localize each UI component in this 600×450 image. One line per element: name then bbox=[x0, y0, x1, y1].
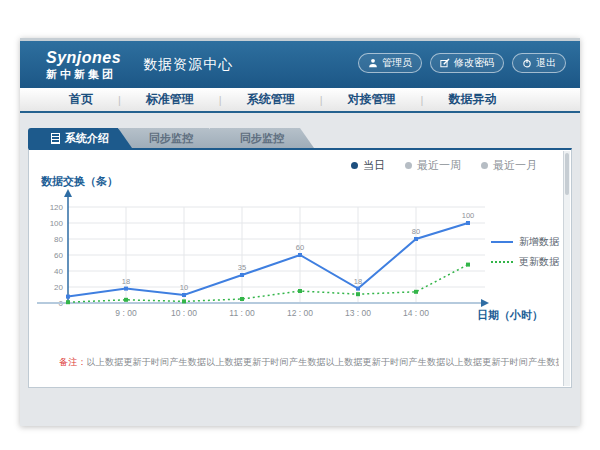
svg-text:18: 18 bbox=[122, 277, 130, 286]
legend-label: 更新数据 bbox=[519, 255, 559, 269]
header: Synjones 新中新集团 数据资源中心 管理员 修改密码 退出 bbox=[20, 38, 580, 88]
content-panel: 当日 最近一周 最近一月 数据交换（条） 0204060801001209 : … bbox=[28, 148, 572, 388]
line-chart: 0204060801001209 : 0010 : 0011 : 0012 : … bbox=[37, 186, 507, 326]
user-button[interactable]: 管理员 bbox=[358, 53, 422, 73]
logout-label: 退出 bbox=[536, 56, 556, 70]
radio-dot-icon bbox=[351, 162, 358, 169]
tab-label: 同步监控 bbox=[149, 131, 193, 146]
header-actions: 管理员 修改密码 退出 bbox=[358, 53, 566, 73]
tab-sync-monitor-1[interactable]: 同步监控 bbox=[119, 128, 223, 148]
change-password-button[interactable]: 修改密码 bbox=[430, 53, 504, 73]
company-name: 新中新集团 bbox=[46, 69, 121, 80]
svg-text:40: 40 bbox=[54, 267, 63, 276]
svg-text:11 : 00: 11 : 00 bbox=[229, 308, 255, 318]
nav-item-home[interactable]: 首页 bbox=[44, 91, 118, 108]
radio-last-month[interactable]: 最近一月 bbox=[481, 158, 537, 173]
app-window: Synjones 新中新集团 数据资源中心 管理员 修改密码 退出 bbox=[20, 38, 580, 426]
nav-item-system[interactable]: 系统管理 bbox=[222, 91, 320, 108]
svg-text:35: 35 bbox=[238, 263, 246, 272]
green-dotted-swatch-icon bbox=[491, 261, 513, 263]
svg-text:120: 120 bbox=[50, 203, 64, 212]
svg-text:80: 80 bbox=[54, 235, 63, 244]
radio-today[interactable]: 当日 bbox=[351, 158, 385, 173]
page-title: 数据资源中心 bbox=[143, 56, 233, 74]
change-password-label: 修改密码 bbox=[454, 56, 494, 70]
svg-text:10: 10 bbox=[180, 283, 188, 292]
tab-sync-monitor-2[interactable]: 同步监控 bbox=[210, 128, 314, 148]
tab-strip: 系统介绍 同步监控 同步监控 bbox=[28, 128, 314, 148]
svg-text:12 : 00: 12 : 00 bbox=[287, 308, 313, 318]
nav-item-standards[interactable]: 标准管理 bbox=[121, 91, 219, 108]
logout-button[interactable]: 退出 bbox=[512, 53, 566, 73]
radio-label: 最近一周 bbox=[417, 158, 461, 173]
svg-text:20: 20 bbox=[54, 283, 63, 292]
x-axis-title: 日期（小时） bbox=[477, 308, 543, 323]
svg-text:10 : 00: 10 : 00 bbox=[171, 308, 197, 318]
logo: Synjones 新中新集团 bbox=[46, 50, 121, 80]
svg-text:100: 100 bbox=[462, 211, 475, 220]
footnote-text: 以上数据更新于时间产生数据以上数据更新于时间产生数据以上数据更新于时间产生数据以… bbox=[87, 357, 559, 367]
svg-text:60: 60 bbox=[54, 251, 63, 260]
nav-item-data-change[interactable]: 数据异动 bbox=[423, 91, 521, 108]
logo-text: Synjones bbox=[46, 50, 121, 66]
footnote: 备注：以上数据更新于时间产生数据以上数据更新于时间产生数据以上数据更新于时间产生… bbox=[59, 356, 559, 369]
radio-label: 最近一月 bbox=[493, 158, 537, 173]
main-nav: 首页| 标准管理| 系统管理| 对接管理| 数据异动 bbox=[20, 88, 580, 113]
blue-line-swatch-icon bbox=[491, 241, 513, 243]
scrollbar-track[interactable] bbox=[563, 151, 570, 386]
svg-text:9 : 00: 9 : 00 bbox=[115, 308, 137, 318]
svg-text:80: 80 bbox=[412, 227, 420, 236]
radio-label: 当日 bbox=[363, 158, 385, 173]
radio-last-week[interactable]: 最近一周 bbox=[405, 158, 461, 173]
power-icon bbox=[522, 58, 532, 68]
radio-dot-icon bbox=[481, 162, 488, 169]
svg-text:18: 18 bbox=[354, 277, 362, 286]
tab-system-intro[interactable]: 系统介绍 bbox=[28, 128, 132, 148]
legend-item-new-data: 新增数据 bbox=[491, 232, 559, 252]
svg-text:14 : 00: 14 : 00 bbox=[403, 308, 429, 318]
tab-label: 系统介绍 bbox=[65, 131, 109, 146]
svg-text:60: 60 bbox=[296, 243, 304, 252]
chart-legend: 新增数据 更新数据 bbox=[491, 232, 559, 272]
scrollbar-thumb[interactable] bbox=[565, 153, 569, 195]
edit-icon bbox=[440, 58, 450, 68]
legend-item-updated-data: 更新数据 bbox=[491, 252, 559, 272]
legend-label: 新增数据 bbox=[519, 235, 559, 249]
period-radio-group: 当日 最近一周 最近一月 bbox=[351, 158, 537, 173]
tab-label: 同步监控 bbox=[240, 131, 284, 146]
svg-text:100: 100 bbox=[50, 219, 64, 228]
user-button-label: 管理员 bbox=[382, 56, 412, 70]
radio-dot-icon bbox=[405, 162, 412, 169]
user-icon bbox=[368, 58, 378, 68]
svg-text:13 : 00: 13 : 00 bbox=[345, 308, 371, 318]
nav-item-interface[interactable]: 对接管理 bbox=[323, 91, 421, 108]
footnote-prefix: 备注： bbox=[59, 357, 87, 367]
document-icon bbox=[51, 133, 60, 144]
